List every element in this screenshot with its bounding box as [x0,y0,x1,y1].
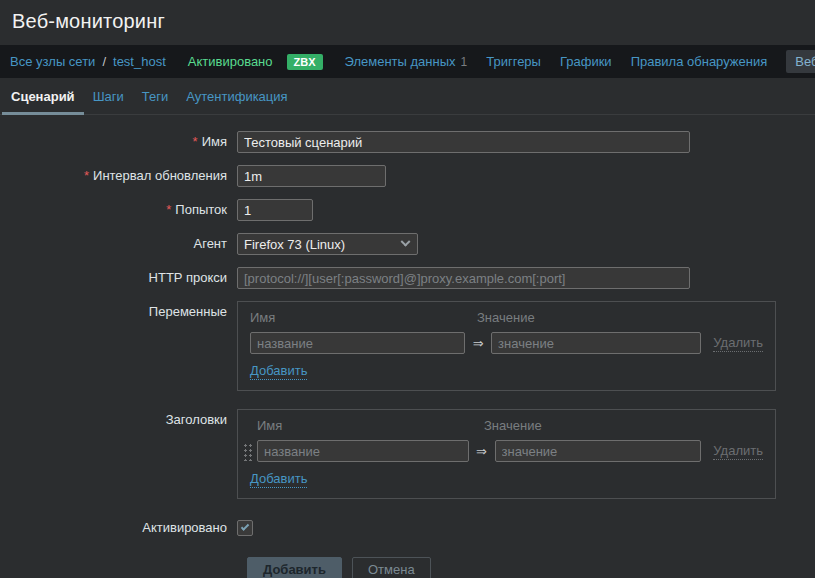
agent-select-value: Firefox 73 (Linux) [244,237,345,252]
nav-item-graphs[interactable]: Графики [560,54,612,69]
tab-tags[interactable]: Теги [133,80,177,115]
arrow-right-icon: ⇒ [465,336,491,351]
host-nav-bar: Все узлы сети / test_host Активировано Z… [0,45,815,78]
breadcrumb-all-hosts-link[interactable]: Все узлы сети [10,54,95,69]
update-interval-label: *Интервал обновления [0,165,237,187]
update-interval-row: *Интервал обновления [0,165,815,187]
name-input[interactable] [237,131,690,153]
header-value-input[interactable] [495,440,702,462]
header-remove-button[interactable]: Удалить [713,443,763,460]
headers-column-headers: Имя Значение [250,418,763,433]
tab-bar: Сценарий Шаги Теги Аутентификация [0,80,815,115]
http-proxy-row: HTTP прокси [0,267,815,289]
nav-item-items[interactable]: Элементы данных1 [345,54,468,69]
nav-item-discovery-rules[interactable]: Правила обнаружения [631,54,768,69]
variable-value-input[interactable] [491,332,701,354]
attempts-row: *Попыток [0,199,815,221]
tab-scenario[interactable]: Сценарий [2,80,84,115]
variables-pair-row: ⇒ Удалить [250,332,763,354]
breadcrumb-host-link[interactable]: test_host [113,54,166,69]
variables-box: Имя Значение ⇒ Удалить Добавить [237,301,776,391]
agent-row: Агент Firefox 73 (Linux) [0,233,815,255]
enabled-checkbox[interactable] [237,520,253,536]
arrow-right-icon: ⇒ [469,444,495,459]
nav-item-web-scenarios[interactable]: Веб-сценарии [786,50,815,73]
cancel-button[interactable]: Отмена [352,557,431,578]
http-proxy-label: HTTP прокси [0,267,237,289]
variable-remove-button[interactable]: Удалить [713,335,763,352]
nav-item-triggers[interactable]: Триггеры [486,54,541,69]
agent-label: Агент [0,233,237,255]
variable-add-button[interactable]: Добавить [250,363,307,380]
enabled-label: Активировано [0,517,237,539]
headers-value-header: Значение [484,418,542,433]
page-title: Веб-мониторинг [12,10,803,33]
variables-column-headers: Имя Значение [250,310,763,325]
header-name-input[interactable] [257,440,469,462]
host-nav-items: Элементы данных1 Триггеры Графики Правил… [345,50,815,73]
variable-name-input[interactable] [250,332,465,354]
host-status-label: Активировано [188,54,273,69]
nav-item-items-label: Элементы данных [345,54,456,69]
headers-box: Имя Значение ⇒ Удалить Добавить [237,409,776,499]
enabled-row: Активировано [0,517,815,539]
attempts-input[interactable] [237,199,313,221]
headers-name-header: Имя [257,418,484,433]
variables-value-header: Значение [477,310,535,325]
header-add-button[interactable]: Добавить [250,471,307,488]
drag-handle-icon[interactable] [242,442,253,461]
scenario-form: *Имя *Интервал обновления *Попыток Агент… [0,115,815,578]
check-icon [241,522,249,530]
headers-label: Заголовки [0,409,237,431]
name-row: *Имя [0,131,815,153]
add-button[interactable]: Добавить [247,557,342,578]
breadcrumb-separator: / [102,54,106,69]
http-proxy-input[interactable] [237,267,690,289]
headers-row: Заголовки Имя Значение ⇒ Удалить Добавит… [0,409,815,499]
web-monitoring-page: Веб-мониторинг Все узлы сети / test_host… [0,0,815,578]
form-footer: Добавить Отмена [0,557,815,578]
chevron-down-icon [401,236,411,246]
variables-row: Переменные Имя Значение ⇒ Удалить Добави… [0,301,815,391]
variables-name-header: Имя [250,310,477,325]
zbx-availability-badge: ZBX [287,54,323,70]
required-mark: * [84,168,89,183]
variables-label: Переменные [0,301,237,323]
attempts-label: *Попыток [0,199,237,221]
tab-steps[interactable]: Шаги [84,80,133,115]
title-band: Веб-мониторинг [0,0,815,45]
required-mark: * [166,202,171,217]
headers-pair-row: ⇒ Удалить [250,440,763,462]
agent-select[interactable]: Firefox 73 (Linux) [237,233,418,255]
update-interval-input[interactable] [237,165,386,187]
tab-authentication[interactable]: Аутентификация [177,80,296,115]
nav-item-items-count: 1 [461,55,468,69]
required-mark: * [193,134,198,149]
name-label: *Имя [0,131,237,153]
